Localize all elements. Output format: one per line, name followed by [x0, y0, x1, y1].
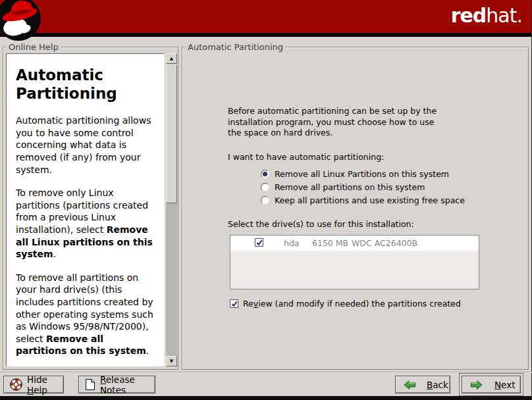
wordmark-dot: . — [516, 4, 522, 27]
release-notes-label: Release Notes — [100, 374, 149, 395]
registered-mark: ® — [38, 25, 43, 31]
drive-device: hda — [284, 238, 300, 248]
intro-text: Before automatic partitioning can be set… — [228, 106, 437, 139]
scroll-up-icon: ▲ — [170, 56, 173, 61]
help-title: Automatic Partitioning — [16, 66, 156, 103]
back-button[interactable]: Back — [395, 376, 450, 393]
radio-remove-linux-partitions[interactable]: Remove all Linux Partitions on this syst… — [261, 168, 449, 180]
radio-unselected-icon[interactable] — [261, 183, 269, 191]
automatic-partitioning-frame: Automatic Partitioning Before automatic … — [182, 47, 529, 370]
document-icon — [85, 378, 95, 391]
radio-remove-all-partitions[interactable]: Remove all partitions on this system — [261, 182, 425, 193]
automatic-partitioning-frame-label: Automatic Partitioning — [186, 42, 285, 52]
help-paragraph-1: Automatic partitioning allows you to hav… — [16, 114, 156, 176]
radio-keep-all-partitions[interactable]: Keep all partitions and use existing fre… — [261, 195, 465, 206]
hide-help-label: Hide Help — [27, 374, 57, 395]
radio-unselected-icon[interactable] — [261, 196, 269, 205]
scroll-down-button[interactable]: ▼ — [166, 356, 177, 366]
release-notes-button[interactable]: Release Notes — [78, 376, 155, 393]
hide-help-button[interactable]: Hide Help — [3, 376, 64, 393]
help-paragraph-2: To remove only Linux partitions (partiti… — [16, 187, 156, 261]
redhat-shadowman-logo-icon — [0, 0, 42, 42]
lifebuoy-icon — [10, 378, 22, 391]
help-scrollbar[interactable]: ▲ ▼ — [166, 53, 177, 366]
wordmark-red: red — [451, 4, 487, 27]
help-text-area: Automatic Partitioning Automatic partiti… — [6, 53, 165, 366]
footer-separator — [0, 372, 532, 373]
header-divider — [0, 33, 532, 37]
online-help-frame-label: Online Help — [7, 42, 61, 52]
drive-row-hda[interactable]: hda 6150 MB WDC AC26400B — [230, 236, 479, 251]
review-checkbox-label: Review (and modify if needed) the partit… — [243, 299, 461, 309]
next-arrow-icon — [470, 380, 483, 390]
next-button[interactable]: Next — [462, 376, 521, 393]
online-help-frame: Online Help Automatic Partitioning Autom… — [3, 47, 178, 370]
drive-list[interactable]: hda 6150 MB WDC AC26400B — [230, 235, 479, 289]
radio-group-prompt: I want to have automatic partitioning: — [228, 152, 384, 162]
drive-size: 6150 MB — [312, 238, 348, 248]
help-paragraph-3: To remove all partitions on your hard dr… — [16, 272, 156, 357]
drive-checkbox-checked-icon[interactable] — [255, 238, 263, 247]
radio-selected-icon[interactable] — [261, 170, 269, 178]
window-bottom-edge — [0, 396, 532, 400]
review-checkbox-checked-icon[interactable] — [230, 299, 238, 308]
scrollbar-thumb[interactable] — [166, 64, 177, 203]
review-partitions-checkbox[interactable]: Review (and modify if needed) the partit… — [230, 299, 461, 309]
drive-select-prompt: Select the drive(s) to use for this inst… — [228, 219, 414, 229]
scroll-down-icon: ▼ — [170, 359, 173, 364]
back-arrow-icon — [404, 380, 416, 390]
next-label: Next — [494, 380, 515, 390]
wordmark-hat: hat — [486, 4, 516, 27]
redhat-wordmark: redhat. — [451, 6, 522, 26]
scrollbar-grip — [169, 130, 175, 138]
back-label: Back — [427, 380, 448, 390]
drive-model: WDC AC26400B — [352, 238, 417, 248]
installer-window: redhat. ® Online Help Automatic Partitio… — [0, 0, 532, 400]
scroll-up-button[interactable]: ▲ — [166, 53, 177, 64]
